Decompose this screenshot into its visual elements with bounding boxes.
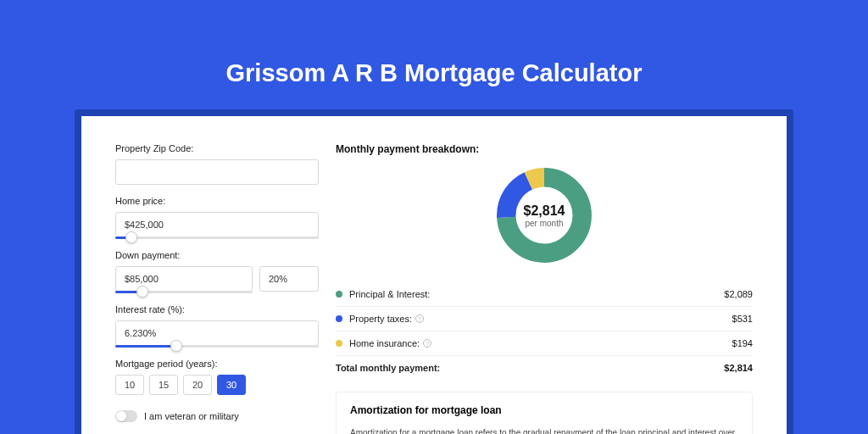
donut-sublabel: per month — [525, 219, 563, 228]
veteran-toggle-row: I am veteran or military — [115, 410, 319, 422]
breakdown-column: Monthly payment breakdown: $2,814 per mo… — [336, 143, 753, 434]
total-row: Total monthly payment: $2,814 — [336, 355, 753, 380]
period-btn-30[interactable]: 30 — [217, 375, 246, 395]
calculator-card: Property Zip Code: Home price: Down paym… — [81, 116, 787, 434]
rate-label: Interest rate (%): — [115, 304, 319, 314]
legend-row: Principal & Interest:$2,089 — [336, 282, 753, 306]
down-slider-thumb[interactable] — [136, 286, 148, 298]
down-input[interactable] — [115, 266, 253, 292]
rate-input[interactable] — [115, 320, 319, 346]
zip-input[interactable] — [115, 159, 319, 185]
zip-field: Property Zip Code: — [115, 143, 319, 185]
amortization-title: Amortization for mortgage loan — [350, 404, 738, 416]
down-slider[interactable] — [115, 291, 253, 293]
amortization-card: Amortization for mortgage loan Amortizat… — [336, 392, 753, 434]
total-label: Total monthly payment: — [336, 363, 724, 373]
down-pct-input[interactable] — [259, 266, 319, 292]
legend-label: Home insurance:? — [349, 338, 732, 348]
legend-value: $531 — [732, 314, 753, 324]
legend-value: $194 — [732, 338, 753, 348]
veteran-toggle[interactable] — [115, 410, 137, 422]
legend-value: $2,089 — [724, 289, 753, 299]
breakdown-title: Monthly payment breakdown: — [336, 143, 753, 155]
down-label: Down payment: — [115, 250, 319, 260]
calculator-shadow: Property Zip Code: Home price: Down paym… — [75, 109, 793, 434]
amortization-text: Amortization for a mortgage loan refers … — [350, 426, 738, 434]
zip-label: Property Zip Code: — [115, 143, 319, 153]
legend-label: Principal & Interest: — [349, 289, 724, 299]
legend-dot — [336, 340, 342, 347]
price-input[interactable] — [115, 212, 319, 237]
donut-chart-wrap: $2,814 per month — [336, 165, 753, 265]
rate-slider[interactable] — [115, 345, 319, 348]
price-field: Home price: — [115, 196, 319, 239]
period-btn-15[interactable]: 15 — [149, 375, 178, 395]
price-slider[interactable] — [115, 236, 319, 239]
info-icon[interactable]: ? — [415, 314, 424, 323]
legend-row: Property taxes:?$531 — [336, 306, 753, 331]
price-slider-thumb[interactable] — [125, 231, 137, 243]
down-field-group: Down payment: — [115, 250, 319, 304]
veteran-label: I am veteran or military — [144, 411, 239, 421]
page-title: Grissom A R B Mortgage Calculator — [0, 0, 868, 109]
period-field: Mortgage period (years): 10152030 — [115, 359, 319, 395]
rate-field: Interest rate (%): — [115, 304, 319, 348]
period-btn-10[interactable]: 10 — [115, 375, 144, 395]
period-label: Mortgage period (years): — [115, 359, 319, 369]
total-value: $2,814 — [724, 363, 753, 373]
donut-value: $2,814 — [524, 203, 565, 219]
info-icon[interactable]: ? — [423, 339, 431, 348]
legend-dot — [336, 291, 342, 298]
legend-dot — [336, 315, 342, 322]
period-btn-20[interactable]: 20 — [183, 375, 212, 395]
legend-row: Home insurance:?$194 — [336, 331, 753, 355]
donut-chart: $2,814 per month — [494, 165, 594, 265]
form-column: Property Zip Code: Home price: Down paym… — [115, 143, 319, 434]
legend-label: Property taxes:? — [349, 314, 732, 324]
toggle-knob — [116, 411, 126, 421]
price-label: Home price: — [115, 196, 319, 206]
rate-slider-thumb[interactable] — [170, 340, 182, 352]
